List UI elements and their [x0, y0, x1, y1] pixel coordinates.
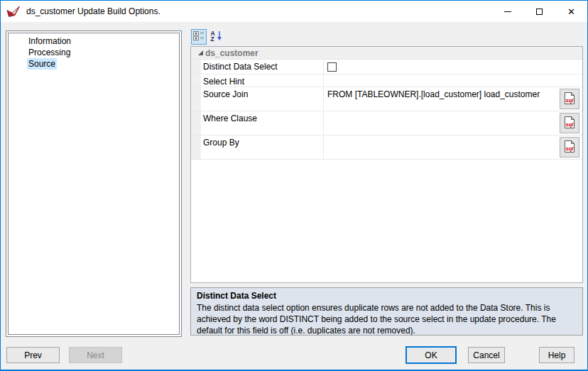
row-indent [191, 111, 201, 135]
property-row-source-join[interactable]: Source Join FROM [TABLEOWNER].[load_cust… [191, 87, 582, 111]
group-by-sql-editor-button[interactable]: sql [560, 137, 579, 157]
property-row-select-hint[interactable]: Select Hint [191, 74, 582, 87]
help-button[interactable]: Help [539, 347, 575, 363]
tree-item-processing[interactable]: Processing [9, 47, 179, 58]
svg-text:sql: sql [566, 121, 575, 128]
property-label: Select Hint [201, 74, 324, 87]
sql-document-icon: sql [564, 92, 575, 107]
property-label: Distinct Data Select [201, 60, 324, 74]
source-join-sql-editor-button[interactable]: sql [560, 89, 579, 109]
description-title: Distinct Data Select [197, 291, 577, 301]
property-row-group-by[interactable]: Group By sql [191, 135, 582, 160]
property-label: Group By [201, 135, 324, 159]
svg-text:sql: sql [566, 97, 575, 104]
title-bar[interactable]: ds_customer Update Build Options. ✕ [1, 1, 587, 22]
category-label: ds_customer [205, 48, 258, 58]
description-panel: Distinct Data Select The distinct data s… [190, 287, 583, 336]
distinct-data-select-checkbox[interactable] [327, 62, 337, 72]
sql-document-icon: sql [564, 116, 575, 131]
svg-text:Z: Z [211, 35, 214, 42]
app-logo-icon [6, 6, 21, 18]
nav-tree: Information Processing Source [8, 33, 180, 335]
property-row-where-clause[interactable]: Where Clause sql [191, 111, 582, 135]
description-body: The distinct data select option ensures … [197, 302, 577, 336]
category-row-ds-customer[interactable]: ds_customer [191, 47, 582, 60]
source-join-value: FROM [TABLEOWNER].[load_customer] load_c… [327, 89, 540, 99]
next-button[interactable]: Next [69, 347, 122, 363]
close-icon: ✕ [567, 7, 575, 16]
property-grid: ds_customer Distinct Data Select Select … [190, 46, 583, 283]
row-indent [191, 135, 201, 159]
row-indent [191, 87, 201, 111]
prev-button[interactable]: Prev [6, 347, 60, 363]
sort-alphabetical-icon: A Z [210, 30, 223, 44]
property-label: Where Clause [201, 111, 324, 135]
where-clause-input[interactable]: sql [324, 111, 582, 135]
close-button[interactable]: ✕ [555, 1, 587, 22]
categorized-view-button[interactable] [191, 29, 207, 45]
property-grid-toolbar: A Z [191, 29, 224, 45]
tree-item-information[interactable]: Information [9, 35, 179, 47]
property-label: Source Join [201, 87, 324, 111]
row-indent [191, 60, 201, 74]
row-indent [191, 74, 201, 87]
maximize-icon [536, 9, 543, 15]
property-value-cell[interactable] [324, 60, 582, 74]
window-title: ds_customer Update Build Options. [26, 6, 160, 16]
source-join-input[interactable]: FROM [TABLEOWNER].[load_customer] load_c… [324, 87, 582, 111]
cancel-button[interactable]: Cancel [468, 347, 505, 363]
tree-item-source[interactable]: Source [9, 58, 179, 70]
group-by-input[interactable]: sql [324, 135, 582, 159]
category-collapse-icon[interactable] [198, 50, 203, 55]
categorized-view-icon [193, 31, 205, 43]
minimize-button[interactable] [491, 1, 523, 22]
nav-tree-panel: Information Processing Source [6, 31, 182, 337]
svg-text:sql: sql [566, 145, 575, 152]
select-hint-input[interactable] [324, 74, 582, 87]
where-clause-sql-editor-button[interactable]: sql [560, 113, 579, 133]
alphabetical-sort-button[interactable]: A Z [209, 29, 224, 45]
property-row-distinct-data-select[interactable]: Distinct Data Select [191, 60, 582, 74]
sql-document-icon: sql [564, 140, 575, 155]
dialog-window: ds_customer Update Build Options. ✕ Info… [0, 0, 588, 371]
maximize-button[interactable] [523, 1, 555, 22]
ok-button[interactable]: OK [405, 346, 457, 364]
minimize-icon [504, 11, 511, 12]
